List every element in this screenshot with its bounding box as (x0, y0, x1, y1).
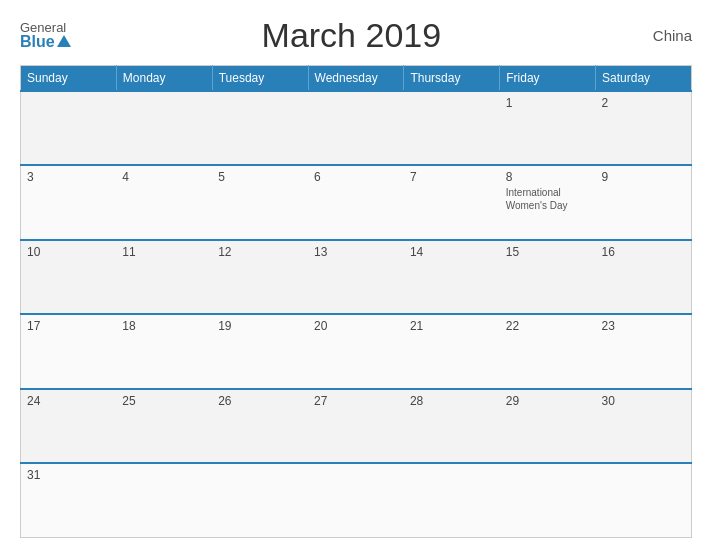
weekday-thursday: Thursday (404, 66, 500, 92)
week-row-6: 31 (21, 463, 692, 537)
calendar-cell (212, 91, 308, 165)
calendar-cell: 31 (21, 463, 117, 537)
week-row-4: 17181920212223 (21, 314, 692, 388)
calendar-cell (404, 463, 500, 537)
calendar-cell: 13 (308, 240, 404, 314)
day-number: 11 (122, 245, 206, 259)
calendar-cell: 8International Women's Day (500, 165, 596, 239)
weekday-wednesday: Wednesday (308, 66, 404, 92)
day-number: 6 (314, 170, 398, 184)
calendar-cell: 5 (212, 165, 308, 239)
calendar-cell (500, 463, 596, 537)
week-row-2: 345678International Women's Day9 (21, 165, 692, 239)
day-number: 26 (218, 394, 302, 408)
day-number: 15 (506, 245, 590, 259)
calendar-cell: 29 (500, 389, 596, 463)
calendar-cell: 12 (212, 240, 308, 314)
day-number: 13 (314, 245, 398, 259)
calendar-cell: 26 (212, 389, 308, 463)
calendar-cell (212, 463, 308, 537)
day-number: 17 (27, 319, 110, 333)
day-number: 19 (218, 319, 302, 333)
logo-triangle-icon (57, 35, 71, 47)
weekday-friday: Friday (500, 66, 596, 92)
weekday-tuesday: Tuesday (212, 66, 308, 92)
day-number: 31 (27, 468, 110, 482)
day-number: 2 (602, 96, 685, 110)
calendar-cell: 27 (308, 389, 404, 463)
day-number: 3 (27, 170, 110, 184)
calendar-table: SundayMondayTuesdayWednesdayThursdayFrid… (20, 65, 692, 538)
calendar-cell: 14 (404, 240, 500, 314)
calendar-cell (116, 463, 212, 537)
day-number: 10 (27, 245, 110, 259)
day-number: 5 (218, 170, 302, 184)
calendar-cell: 6 (308, 165, 404, 239)
calendar-cell: 17 (21, 314, 117, 388)
calendar-cell: 24 (21, 389, 117, 463)
day-number: 1 (506, 96, 590, 110)
calendar-cell (308, 91, 404, 165)
calendar-cell (404, 91, 500, 165)
day-number: 21 (410, 319, 494, 333)
day-number: 7 (410, 170, 494, 184)
week-row-3: 10111213141516 (21, 240, 692, 314)
calendar-cell: 15 (500, 240, 596, 314)
calendar-cell: 22 (500, 314, 596, 388)
calendar-cell: 7 (404, 165, 500, 239)
day-number: 8 (506, 170, 590, 184)
header: General Blue March 2019 China (20, 16, 692, 55)
calendar-cell: 23 (596, 314, 692, 388)
calendar-cell: 3 (21, 165, 117, 239)
calendar-cell: 19 (212, 314, 308, 388)
day-number: 9 (602, 170, 685, 184)
weekday-header-row: SundayMondayTuesdayWednesdayThursdayFrid… (21, 66, 692, 92)
week-row-1: 12 (21, 91, 692, 165)
calendar-page: General Blue March 2019 China SundayMond… (0, 0, 712, 550)
week-row-5: 24252627282930 (21, 389, 692, 463)
day-number: 12 (218, 245, 302, 259)
day-number: 30 (602, 394, 685, 408)
calendar-cell (21, 91, 117, 165)
calendar-cell: 16 (596, 240, 692, 314)
calendar-cell: 25 (116, 389, 212, 463)
calendar-cell: 2 (596, 91, 692, 165)
calendar-cell: 10 (21, 240, 117, 314)
calendar-cell: 18 (116, 314, 212, 388)
country-label: China (632, 27, 692, 44)
day-number: 4 (122, 170, 206, 184)
event-label: International Women's Day (506, 186, 590, 212)
day-number: 22 (506, 319, 590, 333)
calendar-cell (116, 91, 212, 165)
day-number: 20 (314, 319, 398, 333)
calendar-cell (308, 463, 404, 537)
day-number: 27 (314, 394, 398, 408)
weekday-sunday: Sunday (21, 66, 117, 92)
calendar-cell: 1 (500, 91, 596, 165)
weekday-monday: Monday (116, 66, 212, 92)
calendar-cell: 11 (116, 240, 212, 314)
logo: General Blue (20, 21, 71, 50)
day-number: 14 (410, 245, 494, 259)
calendar-cell (596, 463, 692, 537)
calendar-cell: 30 (596, 389, 692, 463)
day-number: 18 (122, 319, 206, 333)
day-number: 25 (122, 394, 206, 408)
day-number: 16 (602, 245, 685, 259)
calendar-cell: 21 (404, 314, 500, 388)
day-number: 29 (506, 394, 590, 408)
calendar-cell: 4 (116, 165, 212, 239)
calendar-cell: 9 (596, 165, 692, 239)
day-number: 24 (27, 394, 110, 408)
weekday-saturday: Saturday (596, 66, 692, 92)
day-number: 28 (410, 394, 494, 408)
calendar-title: March 2019 (71, 16, 632, 55)
calendar-cell: 28 (404, 389, 500, 463)
logo-blue-text: Blue (20, 34, 71, 50)
day-number: 23 (602, 319, 685, 333)
calendar-cell: 20 (308, 314, 404, 388)
